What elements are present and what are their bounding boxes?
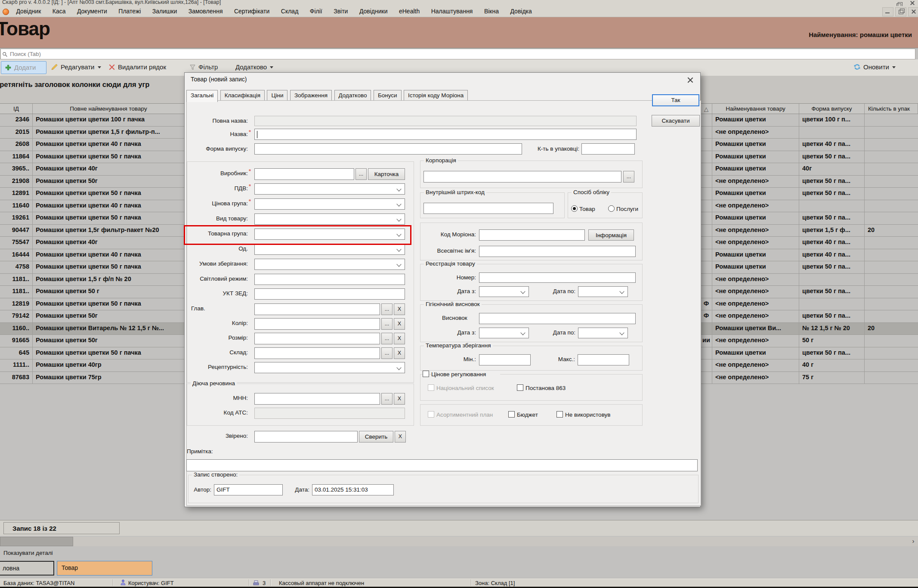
verify-button[interactable]: Сверить	[359, 431, 393, 443]
table-row[interactable]: Ромашки цветки цветки 50 г па...	[701, 188, 918, 200]
col-header-name[interactable]: Найменування товару	[712, 104, 799, 114]
table-row[interactable]: Ф <не определено> цветки 50 г па...	[701, 310, 918, 323]
checkbox-price-regulation[interactable]	[423, 371, 429, 377]
tab-zagalni[interactable]: Загальні	[186, 90, 218, 102]
radio-services[interactable]	[608, 205, 615, 212]
horizontal-scrollbar[interactable]: ›	[0, 537, 918, 546]
clear-glav-button[interactable]: X	[394, 303, 405, 315]
tab-dodatkovo[interactable]: Додатково	[334, 90, 371, 101]
combo-unit[interactable]	[254, 244, 405, 255]
browse-glav-button[interactable]: ...	[381, 303, 393, 315]
field-ukt-zed[interactable]	[254, 288, 405, 300]
menu-nalashtuvannia[interactable]: Налаштування	[427, 6, 478, 17]
tab-bonusy[interactable]: Бонуси	[374, 90, 402, 101]
search-input[interactable]: Поиск (Tab)	[0, 49, 915, 59]
menu-platezhi[interactable]: Платежі	[114, 6, 145, 17]
menu-dovidnyk[interactable]: Довідник	[11, 6, 46, 17]
table-row[interactable]: 90447 Ромашки цветки 1,5г фильтр-пакет №…	[0, 225, 185, 237]
tab-istoriia-morion[interactable]: Історія коду Моріона	[404, 90, 468, 101]
checkbox-not-used[interactable]	[556, 411, 563, 418]
table-row[interactable]: 2608 Ромашки цветки цветки 40 г пачка	[0, 139, 185, 151]
table-row[interactable]: Ромашки цветки цветки 100 г п...	[701, 114, 918, 127]
field-world-name[interactable]	[479, 246, 636, 257]
clear-mnn-button[interactable]: X	[394, 393, 405, 405]
menu-dovidnyky[interactable]: Довідники	[355, 6, 393, 17]
col-header-id[interactable]: ІД	[0, 104, 33, 114]
table-row[interactable]: Ромашки цветки 40г	[701, 163, 918, 176]
table-row[interactable]: 11864 Ромашки цветки цветки 50 г пачка	[0, 151, 185, 164]
menu-sklad[interactable]: Склад	[276, 6, 303, 17]
menu-filii[interactable]: Філії	[305, 6, 327, 17]
card-button[interactable]: Карточка	[368, 168, 405, 180]
checkbox-decree-863[interactable]	[517, 384, 523, 391]
table-row[interactable]: 11640 Ромашки цветки цветки 40 г пачка	[0, 200, 185, 213]
table-row[interactable]: <не определено>	[701, 127, 918, 139]
add-button[interactable]: Додати	[1, 61, 46, 74]
field-morion-code[interactable]	[479, 229, 585, 241]
table-row[interactable]: 87683 Ромашки цветки 75гр	[0, 372, 185, 384]
menu-zalyshky[interactable]: Залишки	[148, 6, 182, 17]
sort-indicator-icon[interactable]: △	[701, 104, 712, 114]
ok-button[interactable]: Так	[652, 94, 699, 106]
combo-price-group[interactable]	[254, 198, 405, 210]
table-row[interactable]: Ромашки цветки цветки 50 г па...	[701, 151, 918, 164]
table-row[interactable]: Ромашки цветки Ви... № 12 1,5 г № 20 20	[701, 323, 918, 335]
cancel-button[interactable]: Скасувати	[652, 115, 700, 127]
refresh-button[interactable]: Оновити	[853, 61, 896, 76]
field-created-date[interactable]: 03.01.2025 15:31:03	[312, 484, 394, 495]
tab-tsiny[interactable]: Ціни	[267, 90, 287, 101]
window-tab-main[interactable]: ловна	[0, 561, 54, 576]
edit-button[interactable]: Редагувати	[51, 61, 101, 76]
table-row[interactable]: 12819 Ромашки цветки цветки 50 г пачка	[0, 298, 185, 311]
table-row[interactable]: Ромашки цветки цветки 50 г па...	[701, 261, 918, 274]
menu-zamovlennia[interactable]: Замовлення	[184, 6, 228, 17]
field-internal-barcode[interactable]	[423, 203, 553, 214]
window-tab-tovar[interactable]: Товар	[57, 561, 152, 576]
table-row[interactable]: 645 Ромашки цветки цветки 50 г пачка	[0, 347, 185, 360]
combo-storage-conditions[interactable]	[254, 259, 405, 270]
field-note[interactable]	[186, 459, 698, 471]
table-row[interactable]: 2346 Ромашки цветки цветки 100 г пачка	[0, 114, 185, 127]
browse-size-button[interactable]: ...	[381, 333, 393, 344]
table-row[interactable]: <не определено> цветки 50 г па...	[701, 176, 918, 188]
checkbox-price-regulation-label[interactable]: Цінове регулювання	[431, 371, 500, 378]
table-row[interactable]: 91665 Ромашки цветки 50г	[0, 335, 185, 347]
clear-warehouse-button[interactable]: X	[394, 347, 405, 359]
table-row[interactable]: <не определено> 40 г	[701, 359, 918, 372]
mdi-close-icon[interactable]	[908, 7, 918, 16]
restore-window-icon[interactable]	[893, 1, 904, 6]
browse-corporation-button[interactable]: ...	[623, 171, 634, 183]
table-row[interactable]: 1160.. Ромашки цветки Витарель № 12 1,5 …	[0, 323, 185, 335]
table-row[interactable]: 16444 Ромашки цветки цветки 40 г пачка	[0, 249, 185, 262]
field-verified[interactable]	[254, 431, 358, 443]
table-row[interactable]: 4758 Ромашки цветки цветки 50 г пачка	[0, 261, 185, 274]
table-row[interactable]: ии <не определено> 50 г	[701, 335, 918, 347]
field-mnn[interactable]	[254, 393, 380, 405]
table-row[interactable]: 19261 Ромашки цветки цветки 50 г пачка	[0, 212, 185, 225]
col-header-release-form[interactable]: Форма випуску	[799, 104, 865, 114]
field-light-mode[interactable]	[254, 274, 405, 285]
field-manufacturer[interactable]	[254, 168, 354, 180]
combo-vat[interactable]	[254, 183, 405, 195]
scrollbar-thumb[interactable]	[0, 537, 73, 546]
table-row[interactable]: 21908 Ромашки цветки 50г	[0, 176, 185, 188]
radio-goods[interactable]	[571, 205, 578, 212]
radio-services-label[interactable]: Послуги	[616, 206, 641, 212]
field-name[interactable]	[254, 129, 637, 140]
field-size[interactable]	[254, 333, 380, 344]
table-row[interactable]: Ромашки цветки цветки 40 г па...	[701, 139, 918, 151]
table-row[interactable]: 12891 Ромашки цветки цветки 50 г пачка	[0, 188, 185, 200]
table-row[interactable]: <не определено> цветки 50 г па...	[701, 286, 918, 298]
browse-warehouse-button[interactable]: ...	[381, 347, 393, 359]
field-color[interactable]	[254, 318, 380, 330]
mdi-restore-icon[interactable]	[895, 7, 906, 16]
clear-color-button[interactable]: X	[394, 318, 405, 330]
menu-zvity[interactable]: Звіти	[329, 6, 352, 17]
menu-ehealth[interactable]: eHealth	[394, 6, 424, 17]
field-temp-max[interactable]	[578, 354, 629, 365]
clear-size-button[interactable]: X	[394, 333, 405, 344]
col-header-qty-in-pack[interactable]: Кількість в упак	[865, 104, 918, 114]
combo-hyg-date-from[interactable]	[479, 328, 529, 338]
field-temp-min[interactable]	[479, 354, 531, 365]
radio-goods-label[interactable]: Товар	[579, 206, 601, 212]
